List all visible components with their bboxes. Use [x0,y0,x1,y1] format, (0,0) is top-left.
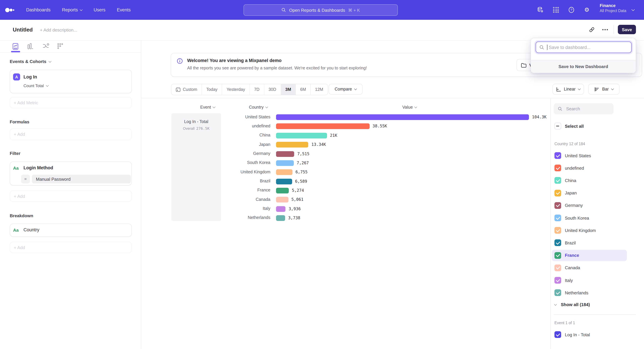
country-row-japan[interactable]: Japan [552,187,627,199]
save-to-new-dashboard-button[interactable]: Save to New Dashboard [531,60,636,73]
scale-selector-button[interactable]: Linear [552,84,584,94]
column-header-event[interactable]: Event [200,105,215,110]
breakdown-card-country[interactable]: Aa Country [10,224,132,237]
compare-button[interactable]: Compare [329,84,362,94]
date-range-12m[interactable]: 12M [310,84,328,95]
event-series-cell[interactable]: Log In - Total Overall276.5K [172,113,221,221]
country-checkbox[interactable] [554,165,561,171]
country-row-italy[interactable]: Italy [552,275,627,286]
bar-netherlands[interactable] [276,215,285,221]
country-checkbox[interactable] [554,240,561,246]
tab-funnels-icon[interactable] [27,43,34,50]
tab-flows-icon[interactable] [42,43,49,50]
data-management-icon[interactable] [537,7,544,13]
date-range-custom[interactable]: Custom [172,84,202,95]
nav-item-dashboards[interactable]: Dashboards [26,7,51,12]
country-checkbox[interactable] [554,265,561,271]
country-checkbox[interactable] [554,215,561,221]
bar-united-kingdom[interactable] [276,169,292,175]
country-row-france[interactable]: France [552,250,627,261]
bar-france[interactable] [276,188,289,193]
country-row-germany[interactable]: Germany [552,200,627,211]
nav-item-users[interactable]: Users [94,7,106,12]
filter-property-name: Login Method [24,165,53,170]
country-checkbox[interactable] [554,152,561,159]
save-button[interactable]: Save [618,25,636,34]
tab-retention-icon[interactable] [57,43,64,50]
select-all-row[interactable]: Select all [554,123,584,129]
date-range-yesterday[interactable]: Yesterday [222,84,250,95]
segment-search-input[interactable] [566,106,607,112]
bar-value-label: 6,589 [295,179,307,184]
date-range-label: 12M [315,87,323,92]
global-search[interactable]: Open Reports & Dashboards ⌘ + K [244,4,398,16]
bar-canada[interactable] [276,197,288,203]
project-chevron-down-icon[interactable] [632,8,635,11]
event-filter-row[interactable]: Log In - Total [552,329,627,340]
settings-gear-icon[interactable]: ⚙ [584,7,590,13]
date-range-today[interactable]: Today [202,84,222,95]
add-filter-button[interactable]: + Add [10,190,132,202]
show-all-button[interactable]: Show all (184) [554,302,590,307]
country-row-netherlands[interactable]: Netherlands [552,287,627,298]
apps-grid-icon[interactable] [553,7,559,13]
bar-brazil[interactable] [276,179,292,184]
country-checkbox[interactable] [554,289,561,296]
country-row-south-korea[interactable]: South Korea [552,212,627,224]
country-checkbox[interactable] [554,252,561,259]
filter-card-login-method[interactable]: Aa Login Method = Manual Password [10,162,132,185]
save-dashboard-search[interactable] [536,41,632,53]
report-title-bar: Untitled + Add description... [0,20,644,40]
more-options-icon[interactable] [600,25,610,34]
bar-japan[interactable] [276,142,308,147]
report-title[interactable]: Untitled [13,27,33,33]
date-range-label: 3M [285,87,291,92]
date-range-30d[interactable]: 30D [264,84,280,95]
country-row-brazil[interactable]: Brazil [552,237,627,249]
event-checkbox[interactable] [554,331,561,338]
tab-insights-icon[interactable] [12,43,19,50]
bar-south-korea[interactable] [276,160,294,166]
segment-search[interactable] [554,103,614,114]
bar-germany[interactable] [276,151,294,157]
add-metric-button[interactable]: + Add Metric [10,97,132,108]
nav-item-events[interactable]: Events [117,7,131,12]
column-header-value[interactable]: Value [402,105,417,110]
calendar-icon [176,87,180,92]
save-dashboard-input[interactable] [548,44,626,50]
metric-card-log-in[interactable]: A Log In Count Total [10,70,132,93]
country-row-united-kingdom[interactable]: United Kingdom [552,225,627,236]
bar-undefined[interactable] [276,124,370,129]
bar-italy[interactable] [276,206,286,212]
metric-aggregation[interactable]: Count Total [24,83,48,88]
date-range-7d[interactable]: 7D [250,84,264,95]
date-range-6m[interactable]: 6M [296,84,310,95]
add-description-button[interactable]: + Add description... [40,27,77,32]
nav-item-reports[interactable]: Reports [62,7,82,12]
country-checkbox[interactable] [554,177,561,184]
country-row-united-states[interactable]: United States [552,150,627,161]
help-icon[interactable]: ? [568,7,574,13]
bar-category-label: Netherlands [208,215,270,220]
bar-united-states[interactable] [276,114,529,120]
copy-link-icon[interactable] [587,25,596,34]
select-all-checkbox[interactable] [554,123,561,129]
add-formula-button[interactable]: + Add [10,128,132,140]
add-breakdown-button[interactable]: + Add [10,242,132,253]
country-checkbox[interactable] [554,190,561,196]
country-checkbox[interactable] [554,277,561,284]
bar-china[interactable] [276,133,327,138]
column-header-country[interactable]: Country [249,105,268,110]
filter-operator[interactable]: = [21,175,30,183]
country-row-undefined[interactable]: undefined [552,162,627,174]
country-row-canada[interactable]: Canada [552,262,627,274]
project-switcher[interactable]: Finance All Project Data [600,3,626,13]
country-checkbox[interactable] [554,202,561,209]
events-cohorts-header[interactable]: Events & Cohorts [10,59,51,64]
mixpanel-logo-icon[interactable] [5,7,16,13]
country-row-china[interactable]: China [552,175,627,186]
date-range-3m[interactable]: 3M [280,84,296,95]
filter-value[interactable]: Manual Password [32,175,131,183]
chart-type-button[interactable]: Bar [588,84,620,94]
country-checkbox[interactable] [554,227,561,234]
